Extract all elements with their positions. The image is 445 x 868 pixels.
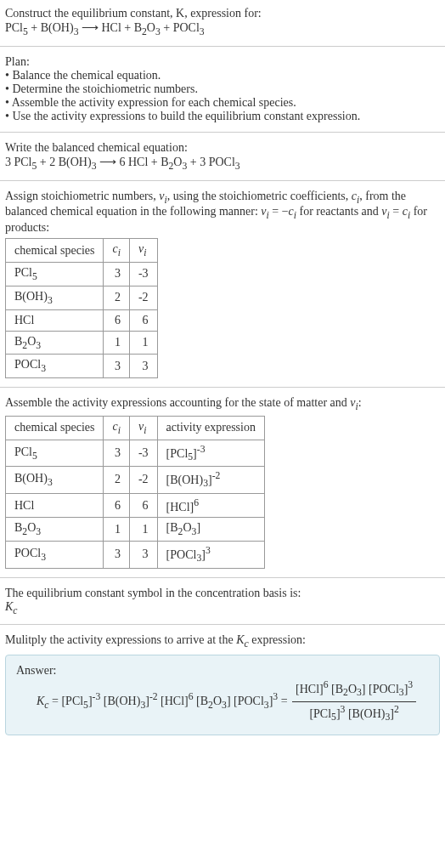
balanced-block: Write the balanced chemical equation: 3 … — [0, 134, 445, 179]
kc-fraction: [HCl]6 [B2O3] [POCl3]3 [PCl5]3 [B(OH)3]2 — [292, 678, 416, 726]
col-vi: νi — [129, 416, 157, 440]
cell-ci: 1 — [104, 331, 129, 355]
cell-ci: 3 — [104, 355, 129, 378]
table-row: POCl3 3 3 — [6, 355, 158, 378]
intro-line1: Construct the equilibrium constant, K, e… — [5, 7, 440, 20]
stoich-intro: Assign stoichiometric numbers, νi, using… — [5, 190, 440, 235]
col-species: chemical species — [6, 239, 104, 263]
table-row: B(OH)3 2 -2 — [6, 286, 158, 309]
table-header-row: chemical species ci νi — [6, 239, 158, 263]
stoich-table: chemical species ci νi PCl5 3 -3 B(OH)3 … — [5, 238, 158, 378]
cell-activity-expression: [B(OH)3]-2 — [157, 467, 264, 493]
balanced-title: Write the balanced chemical equation: — [5, 141, 440, 155]
cell-activity-expression: [POCl3]3 — [157, 542, 264, 568]
answer-label: Answer: — [16, 664, 429, 678]
cell-vi: -3 — [129, 262, 157, 286]
activity-table: chemical species ci νi activity expressi… — [5, 416, 265, 569]
table-row: PCl5 3 -3 — [6, 262, 158, 286]
cell-vi: 1 — [129, 518, 157, 542]
intro-block: Construct the equilibrium constant, K, e… — [0, 0, 445, 44]
kc-lhs: Kc = [PCl5]-3 [B(OH)3]-2 [HCl]6 [B2O3] [… — [37, 695, 290, 707]
cell-species: B2O3 — [6, 518, 104, 542]
cell-species: POCl3 — [6, 542, 104, 568]
answer-box: Answer: Kc = [PCl5]-3 [B(OH)3]-2 [HCl]6 … — [5, 655, 440, 735]
cell-vi: -2 — [129, 467, 157, 493]
cell-ci: 3 — [104, 542, 129, 568]
plan-bullet: • Assemble the activity expression for e… — [5, 96, 440, 110]
final-block: Mulitply the activity expressions to arr… — [0, 627, 445, 742]
table-row: HCl 6 6 — [6, 309, 158, 331]
cell-activity-expression: [PCl5]-3 — [157, 440, 264, 466]
table-row: B2O3 1 1 — [6, 331, 158, 355]
cell-vi: 6 — [129, 493, 157, 518]
col-vi: νi — [129, 239, 157, 263]
intro-equation: PCl5 + B(OH)3 ⟶ HCl + B2O3 + POCl3 — [5, 20, 440, 37]
cell-ci: 2 — [104, 467, 129, 493]
cell-species: B2O3 — [6, 331, 104, 355]
activity-intro: Assemble the activity expressions accoun… — [5, 396, 440, 412]
cell-vi: -3 — [129, 440, 157, 466]
col-activity-expression: activity expression — [157, 416, 264, 440]
table-row: B2O3 1 1 [B2O3] — [6, 518, 265, 542]
kc-symbol-line2: Kc — [5, 600, 440, 616]
kc-expression: Kc = [PCl5]-3 [B(OH)3]-2 [HCl]6 [B2O3] [… — [16, 678, 429, 726]
cell-species: PCl5 — [6, 440, 104, 466]
final-intro: Mulitply the activity expressions to arr… — [5, 633, 440, 650]
cell-species: PCl5 — [6, 262, 104, 286]
cell-ci: 6 — [104, 493, 129, 518]
cell-vi: 1 — [129, 331, 157, 355]
cell-species: B(OH)3 — [6, 286, 104, 309]
col-ci: ci — [104, 239, 129, 263]
cell-species: HCl — [6, 309, 104, 331]
cell-species: POCl3 — [6, 355, 104, 378]
stoich-block: Assign stoichiometric numbers, νi, using… — [0, 183, 445, 386]
table-row: B(OH)3 2 -2 [B(OH)3]-2 — [6, 467, 265, 493]
plan-title: Plan: — [5, 55, 440, 69]
activity-block: Assemble the activity expressions accoun… — [0, 389, 445, 575]
cell-vi: 6 — [129, 309, 157, 331]
cell-vi: 3 — [129, 542, 157, 568]
plan-bullet: • Use the activity expressions to build … — [5, 110, 440, 123]
kc-numerator: [HCl]6 [B2O3] [POCl3]3 — [292, 678, 416, 702]
cell-species: B(OH)3 — [6, 467, 104, 493]
table-header-row: chemical species ci νi activity expressi… — [6, 416, 265, 440]
cell-species: HCl — [6, 493, 104, 518]
kc-symbol-block: The equilibrium constant symbol in the c… — [0, 580, 445, 623]
cell-ci: 6 — [104, 309, 129, 331]
cell-ci: 3 — [104, 440, 129, 466]
cell-ci: 1 — [104, 518, 129, 542]
table-row: PCl5 3 -3 [PCl5]-3 — [6, 440, 265, 466]
kc-denominator: [PCl5]3 [B(OH)3]2 — [292, 702, 416, 726]
col-ci: ci — [104, 416, 129, 440]
plan-bullet: • Determine the stoichiometric numbers. — [5, 82, 440, 96]
cell-activity-expression: [B2O3] — [157, 518, 264, 542]
cell-vi: 3 — [129, 355, 157, 378]
cell-vi: -2 — [129, 286, 157, 309]
table-row: POCl3 3 3 [POCl3]3 — [6, 542, 265, 568]
col-species: chemical species — [6, 416, 104, 440]
plan-bullet: • Balance the chemical equation. — [5, 69, 440, 82]
cell-ci: 2 — [104, 286, 129, 309]
plan-block: Plan: • Balance the chemical equation. •… — [0, 48, 445, 130]
kc-symbol-line1: The equilibrium constant symbol in the c… — [5, 587, 440, 600]
cell-activity-expression: [HCl]6 — [157, 493, 264, 518]
cell-ci: 3 — [104, 262, 129, 286]
table-row: HCl 6 6 [HCl]6 — [6, 493, 265, 518]
balanced-equation: 3 PCl5 + 2 B(OH)3 ⟶ 6 HCl + B2O3 + 3 POC… — [5, 155, 440, 172]
